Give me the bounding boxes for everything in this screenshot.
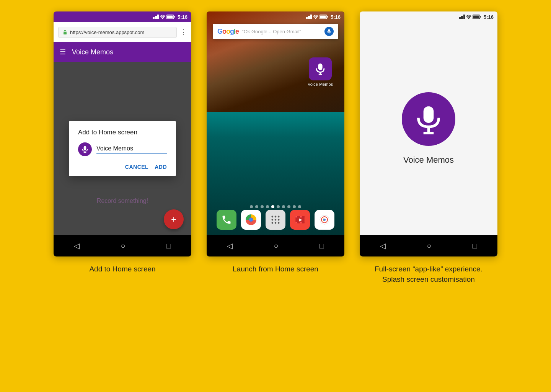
home-button2[interactable]: ○: [274, 242, 278, 250]
svg-rect-36: [295, 216, 297, 218]
url-bar[interactable]: https://voice-memos.appspot.com: [58, 27, 177, 38]
phone2-nav-bar: ◁ ○ □: [207, 235, 344, 256]
phone1-time: 5:16: [178, 14, 187, 20]
phone2-status-bar: 5:16: [207, 11, 344, 22]
recents-button2[interactable]: □: [319, 242, 324, 250]
url-text: https://voice-memos.appspot.com: [70, 29, 144, 35]
svg-point-30: [275, 219, 277, 221]
back-button3[interactable]: ◁: [380, 241, 386, 250]
svg-rect-6: [167, 16, 173, 18]
battery-icon3: [473, 15, 481, 19]
wifi-icon2: [313, 15, 318, 19]
phone3-status-bar: 5:16: [360, 11, 497, 22]
svg-rect-55: [473, 16, 479, 18]
hamburger-icon[interactable]: ☰: [60, 48, 66, 56]
google-logo: Google: [217, 28, 239, 36]
chrome-menu-icon[interactable]: ⋮: [180, 28, 187, 36]
svg-rect-39: [302, 216, 305, 218]
wifi-icon3: [466, 15, 471, 19]
svg-point-3: [162, 18, 163, 19]
phone-app-icon[interactable]: [217, 210, 236, 230]
svg-rect-54: [480, 16, 481, 18]
launcher-icon[interactable]: [266, 210, 285, 230]
gallery-icon: [319, 214, 330, 225]
svg-rect-43: [302, 222, 305, 224]
phone3-nav-bar: ◁ ○ □: [360, 235, 497, 256]
svg-marker-11: [306, 17, 308, 19]
app-bar: ☰ Voice Memos: [54, 42, 191, 62]
video-app-icon[interactable]: [290, 210, 310, 230]
google-search-hint: "Ok Google... Open Gmail": [242, 29, 321, 34]
app-title: Voice Memos: [72, 48, 113, 56]
app-name-input[interactable]: [96, 145, 167, 154]
fab-plus-icon: +: [171, 214, 176, 225]
svg-rect-38: [300, 216, 302, 218]
svg-rect-5: [174, 16, 175, 18]
recents-button3[interactable]: □: [472, 242, 477, 250]
dialog-buttons: CANCEL ADD: [78, 164, 167, 170]
phone1-status-icons: 5:16: [153, 14, 187, 20]
dialog-mic-icon: [78, 142, 92, 156]
svg-marker-51: [463, 15, 465, 19]
chrome-bar: https://voice-memos.appspot.com ⋮: [54, 22, 191, 42]
svg-point-14: [315, 18, 316, 19]
voice-memos-icon: [309, 57, 332, 80]
phone2-time: 5:16: [331, 14, 341, 20]
phones-row: 5:16 https://voice-memos.appspot.com ⋮ ☰…: [15, 11, 536, 284]
svg-marker-50: [461, 16, 463, 19]
mic-svg: [81, 145, 89, 153]
phone1-container: 5:16 https://voice-memos.appspot.com ⋮ ☰…: [54, 11, 191, 274]
dialog-input-row: [78, 142, 167, 156]
wallpaper: Google "Ok Google... Open Gmail": [207, 11, 344, 235]
svg-marker-49: [459, 17, 461, 19]
phone3-status-icons: 5:16: [459, 14, 494, 20]
home-button[interactable]: ○: [121, 242, 125, 250]
lock-icon: [62, 29, 68, 35]
caption2: Launch from Home screen: [207, 264, 344, 274]
signal-icon: [153, 15, 159, 19]
google-mic-button[interactable]: [324, 27, 334, 36]
splash-screen: Voice Memos: [360, 22, 497, 235]
svg-point-26: [272, 216, 274, 218]
svg-point-52: [468, 18, 469, 19]
svg-point-31: [278, 219, 280, 221]
signal-icon2: [306, 15, 312, 19]
voice-memos-home-label: Voice Memos: [308, 82, 333, 87]
mic-icon-home: [314, 62, 327, 75]
svg-marker-1: [155, 16, 157, 19]
grid-icon: [270, 214, 281, 225]
google-search-bar[interactable]: Google "Ok Google... Open Gmail": [213, 24, 338, 39]
svg-rect-40: [295, 222, 297, 224]
fab-button[interactable]: +: [164, 209, 184, 229]
phone2: 5:16 Google "Ok Google... Open Gmail": [207, 11, 344, 256]
add-button[interactable]: ADD: [155, 164, 167, 170]
svg-marker-12: [308, 16, 310, 19]
cancel-button[interactable]: CANCEL: [125, 164, 148, 170]
home-button3[interactable]: ○: [427, 242, 431, 250]
back-button[interactable]: ◁: [74, 241, 80, 250]
google-mic-icon: [326, 29, 332, 34]
back-button2[interactable]: ◁: [227, 241, 233, 250]
svg-point-33: [275, 222, 277, 224]
caption3: Full-screen “app-like” experience.Splash…: [360, 264, 497, 284]
phone3-container: 5:16 Voice Memos ◁ ○ □: [360, 11, 497, 284]
phone1-content: Record something! Add to Home screen: [54, 62, 191, 235]
gallery-app-icon[interactable]: [315, 210, 334, 230]
chrome-icon: [245, 214, 257, 226]
splash-mic-icon: [402, 92, 455, 146]
chrome-app-icon[interactable]: [241, 210, 261, 230]
svg-rect-16: [327, 16, 328, 18]
battery-icon2: [320, 15, 328, 19]
svg-rect-18: [328, 29, 330, 32]
recents-button[interactable]: □: [166, 242, 171, 250]
voice-memos-shortcut[interactable]: Voice Memos: [308, 57, 333, 87]
svg-rect-17: [320, 16, 326, 18]
svg-rect-41: [298, 222, 300, 224]
phone3-time: 5:16: [484, 14, 494, 20]
splash-mic-svg: [413, 104, 444, 134]
svg-marker-2: [157, 15, 159, 19]
svg-rect-37: [298, 216, 300, 218]
svg-rect-20: [318, 64, 322, 70]
phone3: 5:16 Voice Memos ◁ ○ □: [360, 11, 497, 256]
svg-point-32: [272, 222, 274, 224]
